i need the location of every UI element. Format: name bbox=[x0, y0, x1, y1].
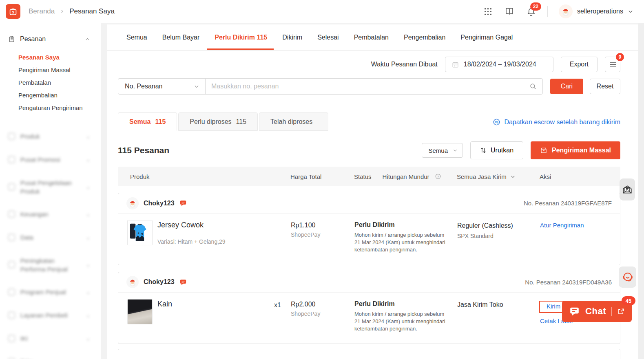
pagination-page-3[interactable]: 3 bbox=[573, 356, 586, 359]
sidebar-item-pembatalan[interactable]: Pembatalan bbox=[18, 76, 101, 89]
sidebar-item-blurred[interactable]: IKI⌄ bbox=[0, 327, 101, 350]
kirim-link[interactable]: Kirim bbox=[547, 303, 560, 310]
support-headset-button[interactable] bbox=[619, 266, 636, 288]
escrow-link[interactable]: Rp Dapatkan escrow setelah barang dikiri… bbox=[493, 118, 620, 131]
chat-button[interactable]: Chat 45 bbox=[562, 301, 632, 322]
search-input[interactable] bbox=[206, 79, 529, 94]
tab-pengiriman-gagal[interactable]: Pengiriman Gagal bbox=[460, 24, 513, 50]
chat-buyer-icon[interactable] bbox=[179, 199, 187, 207]
product-qty: x1 bbox=[274, 299, 288, 324]
column-aksi: Aksi bbox=[534, 173, 620, 180]
tab-pengembalian[interactable]: Pengembalian bbox=[404, 24, 445, 50]
envelope-icon bbox=[622, 184, 633, 195]
sidebar-item-blurred[interactable]: Program Penjual⌄ bbox=[0, 280, 101, 304]
sidebar-item-pesanan-saya[interactable]: Pesanan Saya bbox=[18, 51, 101, 64]
date-range-picker[interactable]: 18/02/2024 – 19/03/2024 bbox=[445, 57, 553, 72]
column-jasa-kirim-select[interactable]: Semua Jasa Kirim bbox=[452, 173, 534, 180]
product-image-jersey[interactable] bbox=[127, 220, 153, 245]
sidebar-item-pengembalian[interactable]: Pengembalian bbox=[18, 89, 101, 101]
scrollbar-gutter[interactable] bbox=[638, 23, 644, 359]
export-button[interactable]: Export bbox=[561, 57, 598, 72]
sidebar-item-pengaturan-pengiriman[interactable]: Pengaturan Pengiriman bbox=[18, 101, 101, 114]
reset-button[interactable]: Reset bbox=[590, 79, 620, 94]
buyer-name[interactable]: Choky123 bbox=[144, 278, 175, 286]
menu-icon bbox=[8, 335, 15, 342]
tab-selesai[interactable]: Selesai bbox=[317, 24, 339, 50]
user-avatar bbox=[559, 4, 573, 18]
chevron-down-icon bbox=[194, 84, 199, 89]
chat-buyer-icon[interactable] bbox=[179, 278, 187, 286]
breadcrumb-home[interactable]: Beranda bbox=[29, 7, 55, 15]
menu-icon bbox=[8, 133, 15, 140]
search-icon[interactable] bbox=[529, 83, 542, 90]
export-history-button[interactable]: 9 bbox=[605, 57, 620, 72]
guide-book-icon[interactable] bbox=[504, 6, 515, 17]
sidebar-item-blurred[interactable]: Keuangan⌄ bbox=[0, 203, 101, 226]
sidebar-item-blurred[interactable]: Data⌄ bbox=[0, 226, 101, 249]
search-submit-button[interactable]: Cari bbox=[550, 79, 583, 94]
help-question-icon[interactable]: ? bbox=[435, 173, 441, 180]
pagination-next-icon[interactable] bbox=[588, 356, 602, 359]
shipping-box-icon bbox=[540, 147, 547, 154]
chevron-down-icon: ⌄ bbox=[86, 289, 90, 295]
chevron-down-icon: ⌄ bbox=[86, 336, 90, 341]
menu-icon bbox=[8, 211, 15, 218]
sidebar-item-blurred[interactable]: Pusat Promosi⌄ bbox=[0, 148, 101, 171]
sort-button[interactable]: Urutkan bbox=[470, 141, 523, 159]
chat-unread-badge: 45 bbox=[622, 296, 635, 305]
search-type-select[interactable]: No. Pesanan bbox=[118, 79, 206, 94]
sidebar-item-blurred[interactable]: Pusat Pengelolaan Produk⌄ bbox=[0, 171, 101, 203]
product-image-kain[interactable] bbox=[127, 299, 153, 324]
order-status-note: Mohon kirim / arrange pickup sebelum 21 … bbox=[354, 231, 447, 254]
buyer-avatar bbox=[126, 276, 139, 288]
svg-text:Rp: Rp bbox=[495, 121, 499, 124]
svg-text:?: ? bbox=[437, 175, 439, 178]
menu-icon bbox=[8, 289, 15, 295]
pagination-page-2[interactable]: 2 bbox=[557, 356, 571, 359]
pagination-page-1[interactable]: 1 bbox=[542, 356, 555, 359]
sidebar-item-blurred[interactable]: Peningkatan Performa Penjual⌄ bbox=[0, 249, 101, 280]
tab-belum-bayar[interactable]: Belum Bayar bbox=[162, 24, 200, 50]
subtab-perlu-diproses[interactable]: Perlu diproses115 bbox=[178, 112, 258, 131]
mass-shipping-button[interactable]: Pengiriman Massal bbox=[531, 141, 620, 159]
order-filter-select[interactable]: Semua bbox=[422, 143, 463, 158]
shipping-service: SPX Standard bbox=[457, 233, 534, 239]
top-bar: S Beranda Pesanan Saya bbox=[0, 0, 644, 23]
user-menu[interactable]: selleroperations bbox=[559, 4, 633, 18]
order-card: Choky123 No. Pesanan 240319FGFAE87F bbox=[118, 193, 620, 265]
tab-dikirim[interactable]: Dikirim bbox=[282, 24, 302, 50]
notification-bell-icon[interactable]: 22 bbox=[526, 6, 536, 17]
subtab-telah-diproses[interactable]: Telah diproses bbox=[259, 112, 328, 131]
chevron-up-icon bbox=[85, 37, 90, 42]
orders-table-header: Produk Harga Total Status Hitungan Mundu… bbox=[118, 167, 620, 186]
product-variation: Variasi: Hitam + Gelang,29 bbox=[157, 238, 226, 245]
buyer-avatar bbox=[126, 197, 139, 209]
tab-semua[interactable]: Semua bbox=[126, 24, 147, 50]
chevron-down-icon: ⌄ bbox=[86, 235, 90, 240]
broadcast-mail-button[interactable] bbox=[620, 178, 635, 200]
buyer-name[interactable]: Choky123 bbox=[144, 200, 175, 207]
sidebar-item-blurred[interactable]: Produk⌄ bbox=[0, 125, 101, 148]
product-variation bbox=[157, 324, 172, 324]
product-name[interactable]: Kain bbox=[157, 299, 172, 308]
product-qty bbox=[281, 220, 288, 245]
chevron-down-icon bbox=[453, 148, 458, 153]
apps-grid-icon[interactable] bbox=[482, 6, 493, 17]
sidebar-item-blurred[interactable]: Toko⌄ bbox=[0, 350, 101, 359]
pagination-prev-icon[interactable] bbox=[526, 356, 540, 359]
atur-pengiriman-link[interactable]: Atur Pengiriman bbox=[540, 222, 584, 229]
order-status: Perlu Dikirim bbox=[354, 220, 447, 229]
sidebar-item-blurred[interactable]: Layanan Pembeli⌄ bbox=[0, 304, 101, 327]
sidebar: Pesanan Pesanan Saya Pengiriman Massal P… bbox=[0, 23, 101, 359]
chat-divider bbox=[611, 307, 612, 316]
shipping-channel: Reguler (Cashless) bbox=[457, 220, 534, 229]
sidebar-item-pengiriman-massal[interactable]: Pengiriman Massal bbox=[18, 64, 101, 76]
breadcrumb-separator-icon bbox=[60, 9, 64, 14]
product-name[interactable]: Jersey Cowok bbox=[157, 220, 226, 229]
order-total: Rp2.000 bbox=[291, 299, 351, 308]
sidebar-section-pesanan[interactable]: Pesanan bbox=[0, 34, 101, 44]
tab-perlu-dikirim[interactable]: Perlu Dikirim 115 bbox=[215, 24, 267, 50]
subtab-semua[interactable]: Semua115 bbox=[118, 112, 177, 131]
tab-pembatalan[interactable]: Pembatalan bbox=[354, 24, 389, 50]
shopee-logo-icon[interactable]: S bbox=[6, 4, 20, 19]
